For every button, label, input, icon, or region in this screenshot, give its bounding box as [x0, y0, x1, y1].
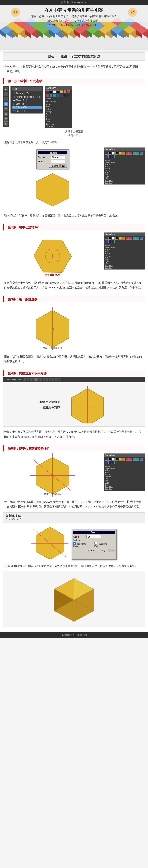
s5-indigo[interactable] — [105, 461, 108, 464]
s5-mag[interactable] — [129, 458, 132, 461]
s2-blue[interactable] — [140, 237, 143, 240]
s5-yellow[interactable] — [119, 458, 122, 461]
rotate-copy-btn[interactable]: Copy — [98, 549, 107, 552]
s2-orange[interactable] — [122, 237, 125, 240]
s5-teal[interactable] — [133, 458, 136, 461]
swatch-black[interactable] — [57, 90, 60, 93]
tool-hand[interactable]: ✋ — [4, 121, 8, 126]
step1-caption1: 选择多边形工具点击画布... — [3, 130, 145, 137]
tool-polygon[interactable]: ⬡ — [4, 102, 8, 106]
swatch-yellow[interactable] — [60, 90, 63, 93]
step5-main: 绕中心旋转线条 — [3, 454, 102, 497]
s2-darkblue[interactable] — [108, 240, 111, 243]
s2-black[interactable] — [115, 237, 118, 240]
s5-cyan[interactable] — [136, 458, 139, 461]
swatch-cyan[interactable] — [53, 94, 56, 97]
swatch-orange[interactable] — [64, 90, 66, 93]
rotate-angle-label: Angle — [73, 535, 85, 538]
s2-darkteal[interactable] — [112, 240, 115, 243]
s5-orange[interactable] — [122, 458, 125, 461]
s5-white[interactable] — [112, 458, 115, 461]
align-bar-label: Vertical Align Center — [5, 378, 23, 381]
s-mag[interactable] — [129, 152, 132, 155]
s-reg[interactable] — [108, 152, 111, 155]
s-orange[interactable] — [122, 152, 125, 155]
s-teal[interactable] — [133, 152, 136, 155]
polygon-ok-btn[interactable]: OK — [61, 164, 68, 167]
align-right-btn[interactable]: ⬛ — [36, 378, 42, 381]
rotate-transform-patterns-cb[interactable] — [94, 542, 97, 545]
polygon-sides-input[interactable] — [51, 160, 65, 163]
swatch-name-dark-blue: Dark blue — [46, 123, 71, 125]
s5-blue[interactable] — [140, 458, 143, 461]
tool-text[interactable]: T — [4, 97, 8, 101]
step3-layout: 绘制一条垂直直线 — [0, 303, 148, 352]
s5-darkteal[interactable] — [112, 461, 115, 464]
polygon-cancel-btn[interactable]: Cancel — [49, 164, 60, 167]
s5-darkblue[interactable] — [108, 461, 111, 464]
align-left-btn[interactable]: ⬛ — [24, 378, 29, 381]
s-indigo[interactable] — [105, 155, 108, 158]
tool-rectangle[interactable]: ▭ Rectangle Tool — [11, 92, 42, 95]
tool-arrow[interactable]: ▶ — [4, 87, 8, 91]
s5-reg[interactable] — [108, 458, 111, 461]
step3-caption: 绘制一条垂直直线 — [43, 346, 63, 350]
align-vcenter-btn[interactable]: ⬛ — [49, 378, 54, 381]
tool-pen[interactable]: ✒ — [4, 92, 8, 96]
tool-flare[interactable]: ✦ Flare Tool — [11, 109, 42, 113]
tool-eraser[interactable]: ◻ — [4, 112, 8, 116]
s-red[interactable] — [126, 152, 129, 155]
s5-black[interactable] — [115, 458, 118, 461]
s2-cyan[interactable] — [136, 237, 139, 240]
s-none[interactable] — [105, 152, 108, 155]
swatch-red[interactable] — [67, 90, 70, 93]
align-bottom-btn[interactable]: ⬛ — [55, 378, 60, 381]
s-darkteal[interactable] — [112, 155, 115, 158]
s-black[interactable] — [115, 152, 118, 155]
polygon-radius-input[interactable] — [51, 156, 65, 159]
s2-red[interactable] — [126, 237, 129, 240]
tool-polygon-item[interactable]: ⬡ Polygon Tool — [11, 105, 42, 109]
tool-star[interactable]: ★ Star Tool — [11, 102, 42, 105]
polygon-dialog: Polygon Radius: Sides: Cancel OK — [36, 149, 69, 169]
s2-mag[interactable] — [129, 237, 132, 240]
swatch-blue[interactable] — [57, 94, 60, 97]
swatch-indigo[interactable] — [60, 94, 63, 97]
swatch-dark-blue[interactable] — [64, 94, 66, 97]
s2-reg[interactable] — [108, 237, 111, 240]
s2-indigo[interactable] — [105, 240, 108, 243]
copy-rotate-label1: 复制旋转-60° — [6, 514, 142, 518]
polygon-dialog-title: Polygon — [38, 151, 67, 154]
align-top-btn[interactable]: ⬛ — [43, 378, 48, 381]
s5-none[interactable] — [105, 458, 108, 461]
rotate-cancel-btn[interactable]: Cancel — [86, 549, 97, 552]
align-center-btn[interactable]: ⬛ — [30, 378, 36, 381]
swatch-registration[interactable] — [49, 90, 52, 93]
tool-zoom[interactable]: ⊕ — [4, 117, 8, 121]
s5-red[interactable] — [126, 458, 129, 461]
tool-brush[interactable]: ✏ — [4, 106, 8, 111]
s2-teal[interactable] — [133, 237, 136, 240]
swatch-magenta[interactable] — [46, 94, 49, 97]
tool-rounded-rect[interactable]: ▢ Rounded Rectangle Tool — [11, 95, 42, 99]
tool-ellipse[interactable]: ⬬ Ellipse Tool — [11, 99, 42, 102]
s2-white[interactable] — [112, 237, 115, 240]
rotate-ok-btn[interactable]: OK — [108, 549, 115, 552]
s-blue[interactable] — [140, 152, 143, 155]
s2-yellow[interactable] — [119, 237, 122, 240]
swatch-teal[interactable] — [49, 94, 52, 97]
s-darkblue[interactable] — [108, 155, 111, 158]
s-cyan[interactable] — [136, 152, 139, 155]
swatch-none[interactable] — [46, 90, 49, 93]
s2-none[interactable] — [105, 237, 108, 240]
tool-panel-header: 工具 — [11, 87, 42, 91]
s-yellow[interactable] — [119, 152, 122, 155]
rotate-transform-objects-cb[interactable] — [73, 542, 76, 545]
swatch-dark-teal[interactable] — [67, 94, 70, 97]
rotate-dialog-step5: Rotate Angle Options: Transform Objects … — [72, 529, 117, 560]
rotate-angle-input[interactable] — [86, 535, 101, 538]
star-icon: ★ — [13, 102, 15, 105]
swatch-name-white: White — [46, 103, 71, 105]
s-white[interactable] — [112, 152, 115, 155]
swatch-white[interactable] — [53, 90, 56, 93]
